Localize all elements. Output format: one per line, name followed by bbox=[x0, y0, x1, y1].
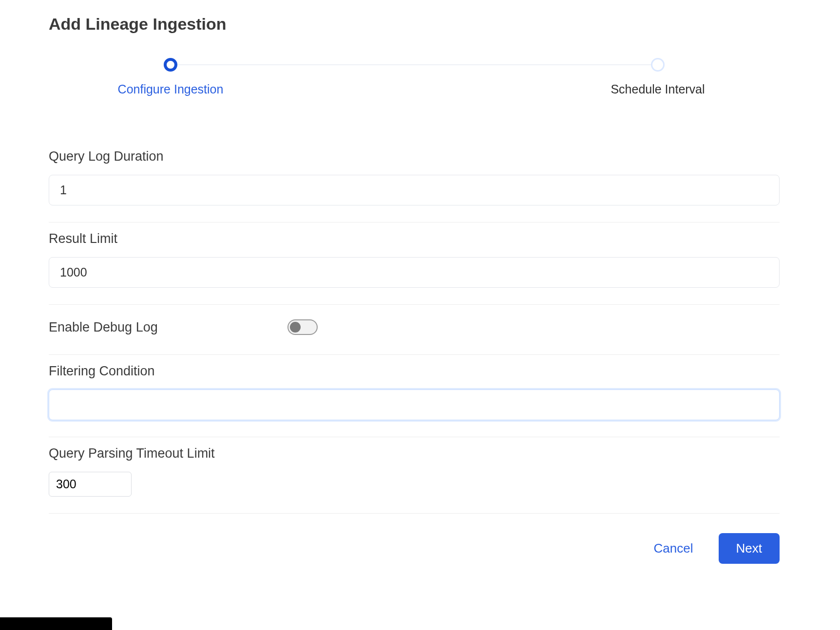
query-log-duration-label: Query Log Duration bbox=[49, 149, 780, 164]
query-parsing-timeout-limit-input[interactable] bbox=[49, 472, 132, 497]
form: Query Log Duration Result Limit Enable D… bbox=[49, 135, 780, 564]
step-circle-inactive-icon bbox=[651, 58, 665, 72]
status-badge bbox=[0, 617, 112, 630]
step-schedule-interval[interactable]: Schedule Interval bbox=[594, 58, 721, 96]
enable-debug-log-label: Enable Debug Log bbox=[49, 320, 287, 335]
field-enable-debug-log: Enable Debug Log bbox=[49, 305, 780, 355]
field-query-parsing-timeout-limit: Query Parsing Timeout Limit bbox=[49, 437, 780, 514]
result-limit-input[interactable] bbox=[49, 257, 780, 288]
stepper-line bbox=[175, 64, 653, 65]
next-button[interactable]: Next bbox=[719, 533, 780, 564]
step-circle-active-icon bbox=[164, 58, 177, 72]
step-label: Configure Ingestion bbox=[118, 82, 224, 96]
toggle-knob-icon bbox=[290, 322, 301, 333]
step-configure-ingestion[interactable]: Configure Ingestion bbox=[107, 58, 234, 96]
field-query-log-duration: Query Log Duration bbox=[49, 140, 780, 222]
form-footer: Cancel Next bbox=[49, 514, 780, 564]
cancel-button[interactable]: Cancel bbox=[648, 536, 699, 561]
step-label: Schedule Interval bbox=[611, 82, 705, 96]
stepper: Configure Ingestion Schedule Interval bbox=[107, 58, 721, 96]
page-title: Add Lineage Ingestion bbox=[49, 15, 780, 34]
filtering-condition-label: Filtering Condition bbox=[49, 364, 780, 379]
filtering-condition-input[interactable] bbox=[49, 389, 780, 420]
enable-debug-log-toggle[interactable] bbox=[287, 319, 318, 335]
result-limit-label: Result Limit bbox=[49, 231, 780, 246]
field-filtering-condition: Filtering Condition bbox=[49, 355, 780, 437]
field-result-limit: Result Limit bbox=[49, 222, 780, 305]
query-parsing-timeout-limit-label: Query Parsing Timeout Limit bbox=[49, 446, 780, 461]
query-log-duration-input[interactable] bbox=[49, 175, 780, 205]
